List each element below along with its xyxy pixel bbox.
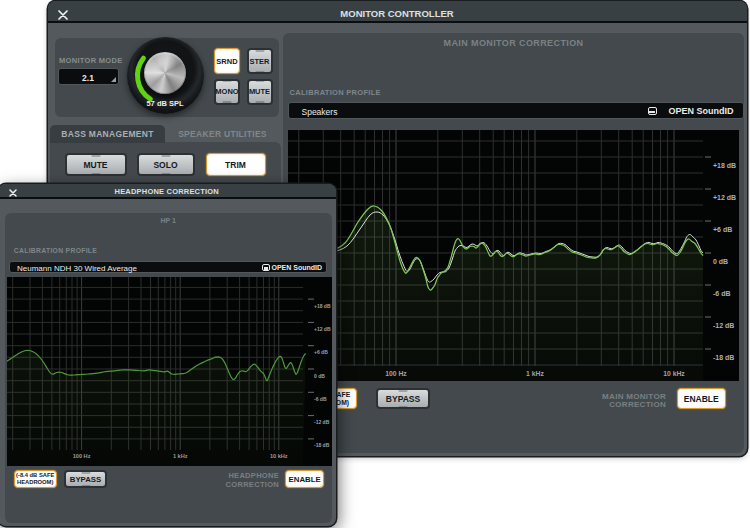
svg-text:+6 dB: +6 dB — [314, 349, 328, 355]
svg-text:+6 dB: +6 dB — [713, 226, 732, 233]
svg-text:10 kHz: 10 kHz — [270, 453, 288, 459]
svg-text:100 Hz: 100 Hz — [73, 453, 91, 459]
svg-text:+12 dB: +12 dB — [713, 194, 736, 201]
svg-text:0 dB: 0 dB — [713, 258, 728, 265]
svg-text:10 kHz: 10 kHz — [663, 370, 685, 377]
svg-text:1 kHz: 1 kHz — [526, 370, 544, 377]
svg-text:+12 dB: +12 dB — [314, 326, 331, 332]
svg-text:-12 dB: -12 dB — [713, 322, 734, 329]
svg-text:+18 dB: +18 dB — [314, 303, 331, 309]
svg-text:100 Hz: 100 Hz — [385, 370, 407, 377]
svg-text:1 kHz: 1 kHz — [173, 453, 188, 459]
svg-text:-18 dB: -18 dB — [713, 354, 734, 361]
svg-text:-6 dB: -6 dB — [713, 290, 731, 297]
svg-text:-18 dB: -18 dB — [314, 442, 330, 448]
svg-text:0 dB: 0 dB — [314, 373, 325, 379]
svg-text:-12 dB: -12 dB — [314, 419, 330, 425]
svg-text:+18 dB: +18 dB — [713, 162, 736, 169]
svg-text:-6 dB: -6 dB — [314, 396, 327, 402]
